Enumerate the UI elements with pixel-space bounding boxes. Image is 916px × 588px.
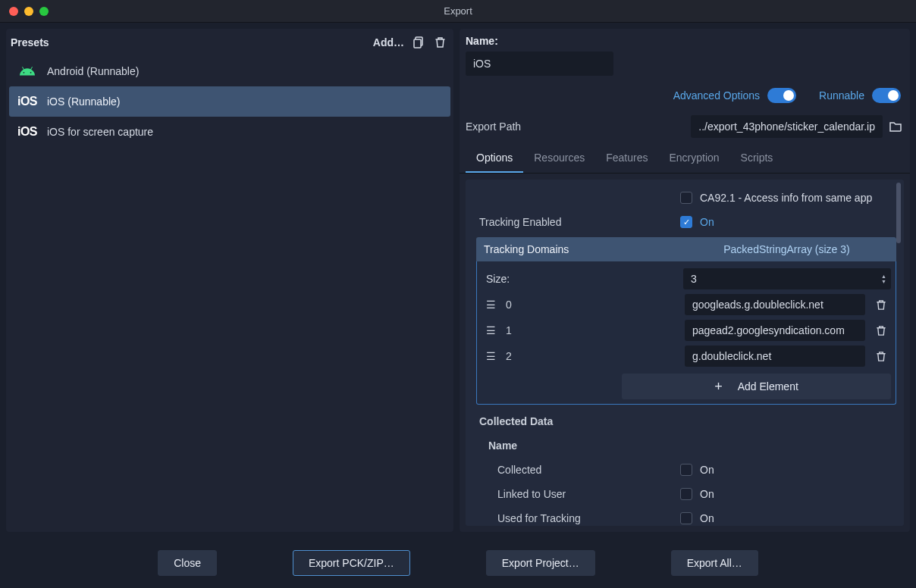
used-for-tracking-label: Used for Tracking	[479, 512, 680, 524]
preset-item-ios-screencapture[interactable]: iOS iOS for screen capture	[9, 117, 450, 147]
export-all-button[interactable]: Export All…	[671, 550, 758, 576]
plus-icon: +	[714, 380, 723, 393]
delete-array-item-icon[interactable]	[871, 351, 891, 362]
collected-checkbox[interactable]	[680, 464, 692, 476]
preset-item-ios-runnable[interactable]: iOS iOS (Runnable)	[9, 86, 450, 117]
titlebar: Export	[0, 0, 916, 23]
name-label: Name:	[466, 35, 904, 47]
ios-icon: iOS	[17, 94, 38, 109]
svg-rect-1	[414, 39, 421, 48]
drag-handle-icon[interactable]: ☰	[482, 350, 500, 362]
tracking-enabled-label: Tracking Enabled	[479, 216, 680, 228]
used-for-tracking-value: On	[700, 512, 714, 524]
tab-bar: Options Resources Features Encryption Sc…	[460, 144, 910, 174]
advanced-options-label: Advanced Options	[673, 89, 760, 102]
tracking-domain-input-2[interactable]	[685, 346, 865, 367]
array-item-row: ☰ 2	[482, 343, 891, 369]
drag-handle-icon[interactable]: ☰	[482, 324, 500, 336]
window-title: Export	[444, 5, 472, 17]
add-preset-button[interactable]: Add…	[373, 36, 404, 48]
runnable-label: Runnable	[819, 89, 864, 102]
runnable-toggle[interactable]	[872, 88, 901, 103]
add-element-label: Add Element	[738, 380, 798, 393]
duplicate-preset-icon[interactable]	[413, 36, 425, 48]
tracking-domains-summary: PackedStringArray (size 3)	[685, 243, 889, 255]
linked-to-user-value: On	[700, 488, 714, 500]
tracking-domains-label: Tracking Domains	[484, 243, 685, 255]
preset-item-label: iOS (Runnable)	[47, 95, 121, 108]
ios-icon: iOS	[17, 124, 38, 139]
tab-features[interactable]: Features	[595, 144, 658, 173]
export-path-field[interactable]: ../export_43phone/sticker_calendar.ip	[691, 115, 883, 138]
array-size-input[interactable]: ▲▼	[683, 268, 891, 289]
tab-scripts[interactable]: Scripts	[730, 144, 784, 173]
array-item-row: ☰ 1	[482, 317, 891, 343]
used-for-tracking-checkbox[interactable]	[680, 512, 692, 524]
tracking-domain-input-0[interactable]	[685, 294, 865, 315]
collected-data-heading: Collected Data	[479, 415, 680, 427]
linked-to-user-label: Linked to User	[479, 488, 680, 500]
preset-item-label: iOS for screen capture	[47, 126, 153, 138]
close-button[interactable]: Close	[158, 550, 217, 576]
preset-name-input[interactable]	[466, 52, 613, 76]
android-icon	[17, 64, 38, 79]
tab-encryption[interactable]: Encryption	[658, 144, 729, 173]
array-index-label: 0	[506, 299, 679, 311]
name-subheading: Name	[479, 439, 680, 452]
minimize-window-icon[interactable]	[24, 7, 33, 16]
collected-value: On	[700, 464, 714, 476]
preset-item-android[interactable]: Android (Runnable)	[9, 56, 450, 86]
array-size-label: Size:	[482, 273, 677, 285]
ca921-label: CA92.1 - Access info from same app	[700, 192, 872, 204]
ca921-checkbox[interactable]	[680, 192, 692, 204]
delete-preset-icon[interactable]	[434, 36, 446, 48]
tab-options[interactable]: Options	[466, 144, 523, 173]
presets-heading: Presets	[11, 36, 49, 48]
add-element-button[interactable]: + Add Element	[622, 374, 891, 399]
array-item-row: ☰ 0	[482, 292, 891, 317]
collected-label: Collected	[479, 464, 680, 476]
presets-panel: Presets Add… Android (Runnable)	[6, 29, 453, 532]
delete-array-item-icon[interactable]	[871, 299, 891, 311]
preset-item-label: Android (Runnable)	[47, 65, 139, 77]
export-path-label: Export Path	[466, 120, 686, 133]
maximize-window-icon[interactable]	[39, 7, 49, 16]
delete-array-item-icon[interactable]	[871, 325, 891, 336]
export-pck-zip-button[interactable]: Export PCK/ZIP…	[293, 550, 410, 576]
close-window-icon[interactable]	[9, 7, 18, 16]
options-property-tree: CA92.1 - Access info from same app Track…	[466, 180, 904, 526]
drag-handle-icon[interactable]: ☰	[482, 299, 500, 311]
export-project-button[interactable]: Export Project…	[486, 550, 595, 576]
tracking-enabled-value: On	[700, 216, 714, 228]
bottom-button-bar: Close Export PCK/ZIP… Export Project… Ex…	[0, 538, 916, 588]
preset-details-panel: Name: Advanced Options Runnable Export P…	[460, 29, 910, 532]
tracking-domains-header[interactable]: Tracking Domains PackedStringArray (size…	[476, 237, 896, 261]
array-index-label: 1	[506, 324, 679, 336]
tracking-enabled-checkbox[interactable]	[680, 216, 692, 228]
array-index-label: 2	[506, 350, 679, 362]
tracking-domain-input-1[interactable]	[685, 320, 865, 341]
tracking-domains-editor: Size: ▲▼ ☰ 0	[476, 261, 896, 405]
browse-folder-icon[interactable]	[887, 118, 904, 135]
stepper-arrows-icon[interactable]: ▲▼	[881, 274, 891, 284]
advanced-options-toggle[interactable]	[767, 88, 796, 103]
linked-to-user-checkbox[interactable]	[680, 488, 692, 500]
tab-resources[interactable]: Resources	[523, 144, 595, 173]
